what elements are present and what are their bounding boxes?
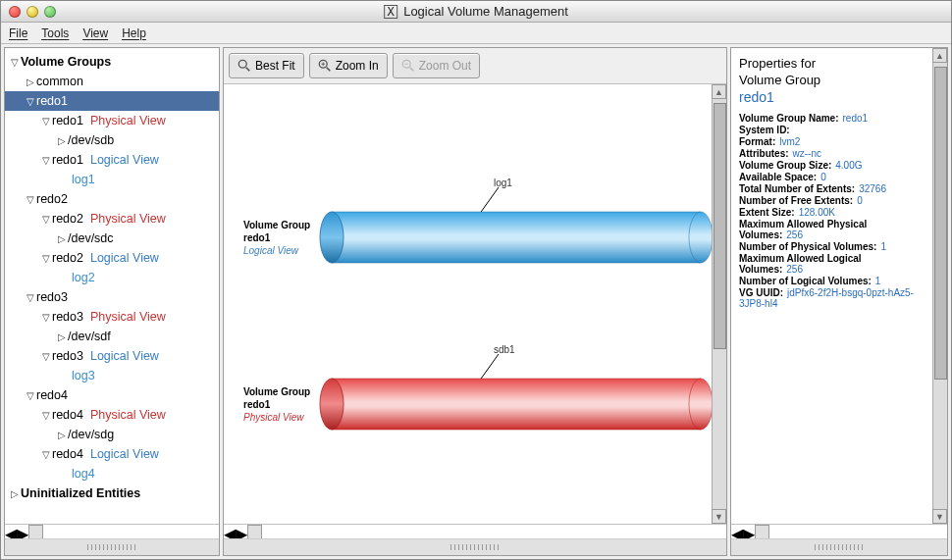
tree-label: common xyxy=(36,75,83,88)
scroll-left-icon[interactable]: ◀ xyxy=(731,525,743,538)
props-vscroll[interactable]: ▲ ▼ xyxy=(932,48,947,524)
cylinder-logical[interactable]: Volume Group redo1 Logical View xyxy=(243,212,712,263)
tree-item-redo1-pdev[interactable]: ▷/dev/sdb xyxy=(5,130,219,150)
property-value: 1 xyxy=(875,276,881,286)
property-row: Format:lvm2 xyxy=(739,136,925,147)
property-value: 128.00K xyxy=(799,207,835,218)
property-key: VG UUID: xyxy=(739,287,783,298)
scroll-right-icon[interactable]: ▶ xyxy=(17,525,28,538)
main-handle[interactable] xyxy=(224,538,726,555)
tree-item-redo1[interactable]: ▽redo1 xyxy=(5,91,219,111)
tree-item-redo1-lview[interactable]: ▽redo1 Logical View xyxy=(5,150,219,170)
props-handle[interactable] xyxy=(731,538,947,555)
scroll-right-icon[interactable]: ▶ xyxy=(236,525,247,538)
tree-item-redo3-pdev[interactable]: ▷/dev/sdf xyxy=(5,327,219,346)
tree-root[interactable]: ▽Volume Groups xyxy=(5,52,219,72)
close-icon[interactable] xyxy=(9,6,21,18)
tree-item-common[interactable]: ▷common xyxy=(5,72,219,91)
svg-point-12 xyxy=(320,212,344,263)
menubar: File Tools View Help xyxy=(1,23,951,44)
property-value: 0 xyxy=(857,195,863,206)
cylinder-physical[interactable]: Volume Group redo1 Physical View xyxy=(243,379,712,430)
property-key: Available Space: xyxy=(739,172,817,182)
scroll-up-icon[interactable]: ▲ xyxy=(712,84,726,99)
canvas-hscroll[interactable]: ◀ ▶ xyxy=(224,524,726,538)
property-row: Attributes:wz--nc xyxy=(739,148,925,159)
tree-label: redo1 xyxy=(36,94,68,108)
property-value: 1 xyxy=(880,241,886,252)
cylinder-label: Volume Group redo1 Physical View xyxy=(243,385,320,424)
callout-sdb1: sdb1 xyxy=(494,344,515,355)
property-value: 256 xyxy=(786,264,803,275)
sidebar-hscroll[interactable]: ◀ ▶ xyxy=(5,524,219,538)
property-row: VG UUID:jdPfx6-2f2H-bsgq-0pzt-hAz5-3JP8-… xyxy=(739,287,925,309)
svg-point-0 xyxy=(238,60,246,68)
tree-item-redo2-lv[interactable]: log2 xyxy=(5,268,219,287)
tree-item-redo3-pview[interactable]: ▽redo3 Physical View xyxy=(5,307,219,327)
tree-item-redo2[interactable]: ▽redo2 xyxy=(5,189,219,209)
property-row: Extent Size:128.00K xyxy=(739,207,925,218)
tree-item-redo4[interactable]: ▽redo4 xyxy=(5,385,219,405)
tree-item-redo3-lv[interactable]: log3 xyxy=(5,366,219,385)
best-fit-button[interactable]: Best Fit xyxy=(229,53,304,78)
property-value: 32766 xyxy=(859,183,886,194)
scroll-left-icon[interactable]: ◀ xyxy=(224,525,236,538)
scroll-right-icon[interactable]: ▶ xyxy=(743,525,755,538)
tree-root-label: Volume Groups xyxy=(21,55,111,69)
property-row: Available Space:0 xyxy=(739,172,925,182)
callout-log1: log1 xyxy=(494,178,512,188)
volume-tree[interactable]: ▽Volume Groups ▷common ▽redo1 ▽redo1 Phy… xyxy=(5,48,219,524)
tree-item-redo4-lview[interactable]: ▽redo4 Logical View xyxy=(5,444,219,464)
property-value: wz--nc xyxy=(793,148,821,159)
magnify-fit-icon xyxy=(238,59,251,73)
property-key: Number of Logical Volumes: xyxy=(739,276,872,286)
svg-line-3 xyxy=(326,68,330,72)
tree-item-redo3[interactable]: ▽redo3 xyxy=(5,287,219,307)
magnify-minus-icon xyxy=(401,59,415,73)
property-value: 0 xyxy=(820,172,826,182)
tree-item-redo1-lv[interactable]: log1 xyxy=(5,170,219,189)
property-key: Extent Size: xyxy=(739,207,795,218)
tree-item-redo2-pview[interactable]: ▽redo2 Physical View xyxy=(5,209,219,229)
property-key: System ID: xyxy=(739,125,790,135)
sidebar-handle[interactable] xyxy=(5,538,219,555)
menu-file[interactable]: File xyxy=(9,26,27,40)
tree-item-redo4-pdev[interactable]: ▷/dev/sdg xyxy=(5,425,219,444)
x11-icon: X xyxy=(384,5,397,19)
property-row: Volume Group Name:redo1 xyxy=(739,113,925,124)
menu-tools[interactable]: Tools xyxy=(41,26,69,40)
properties-panel: Properties for Volume Group redo1 Volume… xyxy=(730,47,948,556)
zoom-out-button[interactable]: Zoom Out xyxy=(393,53,480,78)
property-row: Maximum Allowed Physical Volumes:256 xyxy=(739,219,925,240)
tree-item-redo3-lview[interactable]: ▽redo3 Logical View xyxy=(5,346,219,366)
property-row: Maximum Allowed Logical Volumes:256 xyxy=(739,253,925,275)
canvas-vscroll[interactable]: ▲ ▼ xyxy=(712,84,726,524)
property-row: Number of Free Extents:0 xyxy=(739,195,925,206)
tree-item-redo4-lv[interactable]: log4 xyxy=(5,464,219,484)
minimize-icon[interactable] xyxy=(26,6,38,18)
tree-item-redo2-lview[interactable]: ▽redo2 Logical View xyxy=(5,248,219,268)
property-key: Number of Physical Volumes: xyxy=(739,241,876,252)
tree-item-redo2-pdev[interactable]: ▷/dev/sdc xyxy=(5,229,219,248)
menu-help[interactable]: Help xyxy=(122,26,146,40)
scroll-up-icon[interactable]: ▲ xyxy=(932,48,947,63)
tree-item-redo1-pview[interactable]: ▽redo1 Physical View xyxy=(5,111,219,130)
props-hscroll[interactable]: ◀ ▶ xyxy=(731,524,947,538)
menu-view[interactable]: View xyxy=(82,26,108,40)
property-row: Total Number of Extents:32766 xyxy=(739,183,925,194)
svg-point-15 xyxy=(689,379,712,430)
zoom-icon[interactable] xyxy=(44,6,56,18)
window-title: X Logical Volume Management xyxy=(384,4,568,19)
scroll-down-icon[interactable]: ▼ xyxy=(712,509,726,524)
svg-rect-14 xyxy=(332,379,701,430)
tree-uninit[interactable]: ▷Uninitialized Entities xyxy=(5,484,219,503)
zoom-in-button[interactable]: Zoom In xyxy=(309,53,388,78)
scroll-left-icon[interactable]: ◀ xyxy=(5,525,17,538)
diagram-canvas[interactable]: log1 Volume Group redo1 Logical View xyxy=(224,84,712,524)
tree-item-redo4-pview[interactable]: ▽redo4 Physical View xyxy=(5,405,219,425)
window-title-text: Logical Volume Management xyxy=(403,4,568,19)
scroll-down-icon[interactable]: ▼ xyxy=(932,509,947,524)
property-value: lvm2 xyxy=(779,136,800,147)
titlebar[interactable]: X Logical Volume Management xyxy=(1,1,951,23)
workspace: ▽Volume Groups ▷common ▽redo1 ▽redo1 Phy… xyxy=(1,44,951,559)
